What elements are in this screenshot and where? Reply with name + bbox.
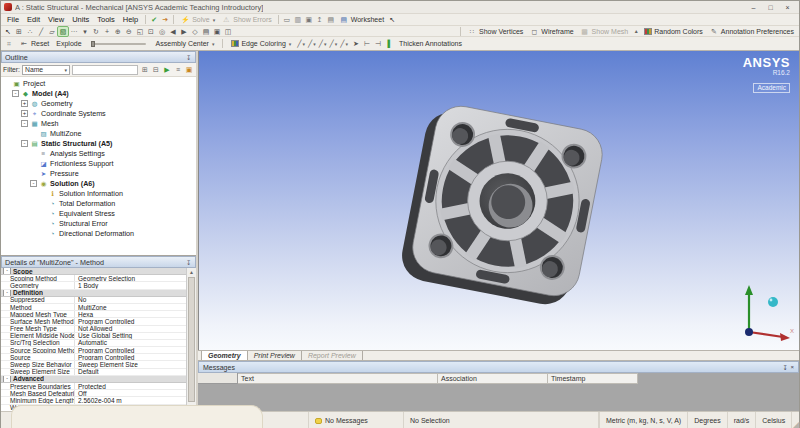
extend-selection-icon[interactable]: ⋯ [69, 27, 79, 36]
tree-item[interactable]: ◔ Total Deformation [1, 198, 196, 208]
pin-icon[interactable]: ↧ [782, 364, 787, 371]
tree-item[interactable]: ▦ Mesh [1, 118, 196, 128]
details-row[interactable]: Surface Mesh Method Program Controlled [1, 318, 186, 325]
resume-icon[interactable]: ✔ [149, 15, 159, 24]
status-units[interactable]: Metric (m, kg, N, s, V, A) [600, 412, 688, 428]
details-row[interactable]: Sweep Element Size Default [1, 369, 186, 376]
vertex-select-icon[interactable]: ∴ [25, 27, 35, 36]
tree-item[interactable]: ▣ Project [1, 78, 196, 88]
messages-column-header[interactable]: Timestamp [548, 373, 638, 384]
property-value[interactable]: Use Global Setting [75, 333, 186, 339]
messages-column-header[interactable]: Association [438, 373, 548, 384]
filter-search-input[interactable] [72, 65, 138, 75]
view-tab[interactable]: Report Preview [302, 351, 363, 360]
property-value[interactable]: 1 Body [75, 282, 186, 288]
show-errors-button[interactable]: ⚠Show Errors [218, 15, 275, 24]
details-row[interactable]: Mesh Based Defeaturing Off [1, 390, 186, 397]
details-row[interactable]: Geometry 1 Body [1, 282, 186, 289]
tree-item[interactable]: ▤ Static Structural (A5) [1, 138, 196, 148]
details-scrollbar[interactable]: ▲ ▼ [186, 268, 196, 411]
property-value[interactable]: MultiZone [75, 304, 186, 310]
zoom-fit-icon[interactable]: ⊡ [146, 27, 156, 36]
messages-header[interactable]: Messages ↧ × [198, 361, 799, 373]
details-row[interactable]: Src/Trg Selection Automatic [1, 340, 186, 347]
random-colors-button[interactable]: Random Colors [641, 28, 706, 35]
image-icon[interactable]: ▣ [304, 15, 314, 24]
chart-dropdown-icon[interactable]: ▤ [326, 15, 336, 24]
explode-slider[interactable] [91, 43, 146, 45]
edge-marker-end-icon[interactable]: ⊣ [373, 39, 383, 48]
comment-icon[interactable]: ▭ [282, 15, 292, 24]
details-row[interactable]: Mapped Mesh Type Hexa [1, 311, 186, 318]
status-messages[interactable]: No Messages [309, 412, 404, 428]
pin-icon[interactable]: ↧ [185, 54, 192, 61]
body-select-icon[interactable]: ▧ [58, 27, 68, 36]
title-bar[interactable]: A : Static Structural - Mechanical [ANSY… [1, 1, 799, 14]
box-select-icon[interactable]: ⊞ [14, 27, 24, 36]
viewport[interactable]: ANSYS R16.2 Academic X [198, 51, 799, 350]
tree-item[interactable]: ◔ Directional Deformation [1, 228, 196, 238]
scroll-thumb[interactable] [188, 277, 195, 402]
scroll-up-icon[interactable]: ▲ [189, 268, 194, 276]
menu-item[interactable]: View [44, 15, 68, 24]
tree-item[interactable]: ➤ Pressure [1, 168, 196, 178]
details-row[interactable]: Method MultiZone [1, 304, 186, 311]
tree-item[interactable]: ℹ Solution Information [1, 188, 196, 198]
edge-direction-icon[interactable]: ╱ [339, 40, 349, 48]
property-value[interactable]: Geometry Selection [75, 275, 186, 281]
tree-item[interactable]: ◆ Model (A4) [1, 88, 196, 98]
section-plane-icon[interactable]: ⌗ [4, 39, 14, 48]
tree-toggle-icon[interactable] [21, 110, 28, 117]
model-3d-flange[interactable] [199, 51, 799, 350]
edge-select-icon[interactable]: ╱ [36, 27, 46, 36]
tree-item[interactable]: ◪ Frictionless Support [1, 158, 196, 168]
show-mesh-button[interactable]: ▩Show Mesh [577, 27, 632, 36]
pin-icon[interactable]: ↧ [185, 259, 192, 266]
property-value[interactable]: Automatic [75, 340, 186, 346]
tree-item[interactable]: ▨ MultiZone [1, 128, 196, 138]
status-angular-velocity-unit[interactable]: rad/s [728, 412, 757, 428]
details-row[interactable]: Sweep Size Behavior Sweep Element Size [1, 361, 186, 368]
filter-type-select[interactable]: Name [22, 65, 70, 75]
manage-views-icon[interactable]: ▤ [201, 27, 211, 36]
triad[interactable]: X [733, 282, 795, 346]
details-row[interactable]: Free Mesh Type Not Allowed [1, 326, 186, 333]
tree-item[interactable]: ⌖ Coordinate Systems [1, 108, 196, 118]
magnifier-icon[interactable]: ◎ [157, 27, 167, 36]
viewport-layout-icon[interactable]: ◫ [223, 27, 233, 36]
filter-run-icon[interactable]: ▶ [162, 65, 172, 74]
previous-view-icon[interactable]: ◀ [168, 27, 178, 36]
selection-dropdown-icon[interactable]: ▾ [80, 27, 90, 36]
property-value[interactable]: No [75, 297, 186, 303]
details-row[interactable]: Advanced [1, 376, 186, 383]
screenshot-icon[interactable]: ▣ [212, 27, 222, 36]
property-value[interactable]: Program Controlled [75, 347, 186, 353]
pan-icon[interactable]: + [102, 27, 112, 36]
menu-item[interactable]: Units [68, 15, 93, 24]
property-value[interactable]: Protected [75, 383, 186, 389]
search-highlight-icon[interactable]: ▣ [184, 65, 194, 74]
tree-toggle-icon[interactable] [12, 90, 19, 97]
reset-button[interactable]: ⇤Reset [16, 39, 52, 48]
resize-grip[interactable]: ◢ [792, 412, 800, 428]
menu-item[interactable]: Tools [93, 15, 119, 24]
wireframe-button[interactable]: ◻Wireframe [526, 27, 576, 36]
view-tab[interactable]: Print Preview [248, 351, 302, 360]
assembly-center-dropdown[interactable]: Assembly Center [153, 40, 218, 47]
edge-direction-icon[interactable]: ╱ [296, 40, 306, 48]
next-view-icon[interactable]: ▶ [179, 27, 189, 36]
property-value[interactable]: Program Controlled [75, 318, 186, 324]
details-row[interactable]: Scope [1, 268, 186, 275]
tree-item[interactable]: ◔ Equivalent Stress [1, 208, 196, 218]
tree-toggle-icon[interactable] [21, 100, 28, 107]
view-tab[interactable]: Geometry [201, 351, 248, 360]
property-value[interactable]: Hexa [75, 311, 186, 317]
explode-slider-thumb[interactable] [91, 41, 95, 47]
details-row[interactable]: Source Program Controlled [1, 354, 186, 361]
close-icon[interactable]: × [790, 364, 794, 371]
outline-header[interactable]: Outline ↧ [1, 51, 196, 63]
details-row[interactable]: Minimum Edge Length 2.5602e-004 m [1, 397, 186, 404]
cursor-select-icon[interactable]: ↖ [3, 27, 13, 36]
tree-item[interactable]: ≡ Analysis Settings [1, 148, 196, 158]
edge-direction-icon[interactable]: ╱ [307, 40, 317, 48]
